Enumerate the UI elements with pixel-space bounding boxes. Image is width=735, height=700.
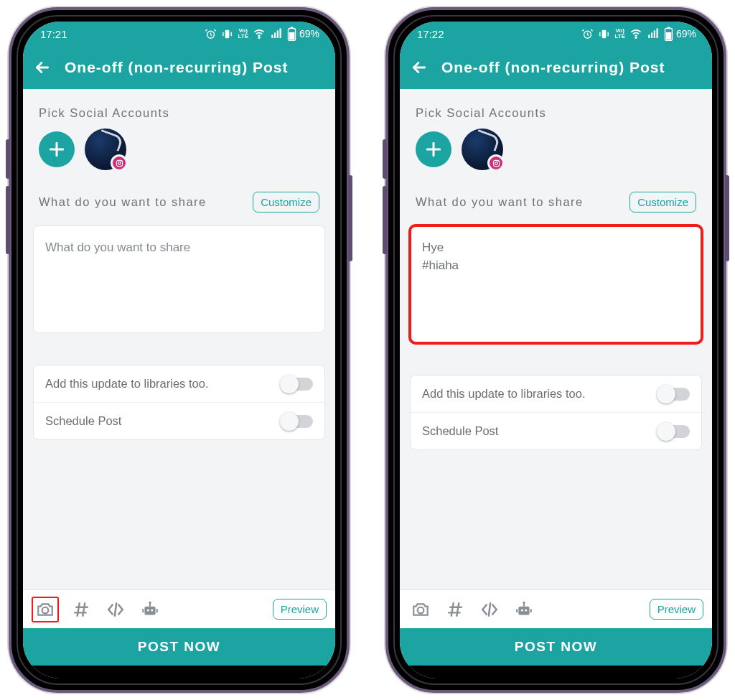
add-to-libraries-toggle[interactable] (281, 378, 313, 391)
comparison-stage: 17:21 Vo)LTE 69% One-off (non-recurring)… (0, 0, 735, 700)
screen: 17:21 Vo)LTE 69% One-off (non-recurring)… (23, 22, 335, 678)
svg-point-2 (258, 37, 260, 38)
hashtag-icon[interactable] (443, 597, 467, 622)
hw-button (725, 175, 729, 261)
svg-rect-6 (279, 29, 281, 39)
svg-point-39 (523, 601, 525, 603)
page-title: One-off (non-recurring) Post (65, 59, 288, 76)
add-to-libraries-label: Add this update to libraries too. (422, 387, 585, 401)
add-to-libraries-row: Add this update to libraries too. (411, 375, 701, 412)
svg-point-23 (635, 37, 637, 38)
svg-rect-1 (225, 29, 230, 37)
hw-button (383, 139, 387, 179)
code-icon[interactable] (103, 597, 128, 622)
content-area: Pick Social Accounts What do you want to… (400, 89, 712, 589)
svg-rect-25 (651, 33, 652, 39)
signal-icon (647, 27, 660, 40)
status-time: 17:22 (417, 28, 444, 40)
svg-rect-4 (274, 33, 276, 39)
post-now-button[interactable]: POST NOW (400, 628, 712, 666)
phone-frame: 17:22 Vo)LTE 69% One-off (non-recurring)… (385, 7, 726, 693)
preview-button[interactable]: Preview (273, 599, 327, 620)
back-button[interactable] (33, 58, 52, 77)
content-area: Pick Social Accounts What do you want to… (23, 89, 335, 589)
svg-rect-24 (648, 35, 650, 39)
add-account-button[interactable] (416, 131, 451, 167)
schedule-post-row: Schedule Post (34, 402, 324, 439)
schedule-post-row: Schedule Post (411, 412, 701, 449)
svg-point-37 (525, 609, 527, 611)
battery-text: 69% (676, 28, 696, 39)
add-account-button[interactable] (39, 131, 75, 167)
svg-rect-20 (156, 608, 158, 612)
svg-point-13 (42, 607, 49, 613)
volte-icon: Vo)LTE (238, 27, 248, 40)
robot-icon[interactable] (138, 597, 162, 622)
svg-point-18 (149, 601, 151, 603)
robot-icon[interactable] (512, 597, 536, 622)
svg-rect-9 (289, 32, 295, 39)
pick-accounts-label: Pick Social Accounts (23, 89, 335, 129)
add-to-libraries-row: Add this update to libraries too. (34, 365, 324, 402)
svg-rect-5 (277, 31, 278, 39)
schedule-post-label: Schedule Post (422, 424, 498, 438)
svg-rect-30 (666, 32, 672, 39)
camera-icon[interactable] (32, 597, 59, 622)
post-now-button[interactable]: POST NOW (23, 628, 335, 666)
svg-rect-41 (530, 608, 532, 612)
app-header: One-off (non-recurring) Post (23, 46, 335, 89)
svg-rect-14 (144, 606, 155, 615)
share-header-row: What do you want to share Customize (400, 177, 712, 221)
app-header: One-off (non-recurring) Post (400, 46, 712, 89)
vibrate-icon (598, 27, 610, 40)
battery-icon (287, 27, 296, 40)
status-bar: 17:22 Vo)LTE 69% (400, 22, 712, 46)
account-avatar[interactable] (85, 129, 126, 170)
svg-rect-27 (656, 29, 657, 39)
bottom-toolbar: Preview (400, 589, 712, 628)
battery-text: 69% (299, 28, 319, 39)
svg-point-11 (118, 162, 121, 164)
svg-rect-29 (667, 27, 670, 29)
options-card: Add this update to libraries too. Schedu… (33, 365, 325, 440)
status-time: 17:21 (40, 28, 67, 40)
screen: 17:22 Vo)LTE 69% One-off (non-recurring)… (400, 22, 712, 678)
svg-point-32 (495, 162, 497, 164)
add-to-libraries-toggle[interactable] (658, 388, 690, 401)
post-text-input[interactable]: Hye #hiaha (410, 225, 702, 343)
share-label: What do you want to share (39, 195, 207, 209)
svg-point-16 (151, 609, 153, 611)
svg-point-33 (497, 161, 498, 162)
camera-icon[interactable] (408, 597, 433, 622)
preview-button[interactable]: Preview (650, 599, 703, 620)
bottom-toolbar: Preview (23, 589, 335, 628)
wifi-icon (629, 27, 642, 40)
customize-button[interactable]: Customize (253, 192, 319, 213)
page-title: One-off (non-recurring) Post (441, 59, 665, 76)
back-button[interactable] (410, 58, 429, 77)
instagram-badge-icon (487, 154, 505, 172)
nav-gap (23, 666, 335, 678)
svg-point-12 (121, 161, 121, 162)
hashtag-icon[interactable] (69, 597, 93, 622)
accounts-row (23, 129, 335, 177)
options-card: Add this update to libraries too. Schedu… (410, 375, 702, 450)
signal-icon (270, 27, 283, 40)
share-header-row: What do you want to share Customize (23, 177, 335, 221)
customize-button[interactable]: Customize (629, 192, 696, 213)
hw-button (383, 186, 387, 254)
svg-rect-35 (518, 606, 529, 615)
schedule-post-toggle[interactable] (658, 425, 690, 438)
svg-rect-8 (290, 27, 293, 29)
schedule-post-label: Schedule Post (45, 414, 121, 428)
post-text-input[interactable]: What do you want to share (33, 225, 325, 333)
alarm-icon (205, 27, 217, 40)
wifi-icon (253, 27, 266, 40)
account-avatar[interactable] (462, 129, 503, 170)
svg-rect-40 (516, 608, 518, 612)
status-bar: 17:21 Vo)LTE 69% (23, 22, 335, 46)
hw-button (348, 175, 352, 261)
schedule-post-toggle[interactable] (281, 415, 313, 428)
svg-rect-19 (142, 608, 144, 612)
code-icon[interactable] (477, 597, 502, 622)
